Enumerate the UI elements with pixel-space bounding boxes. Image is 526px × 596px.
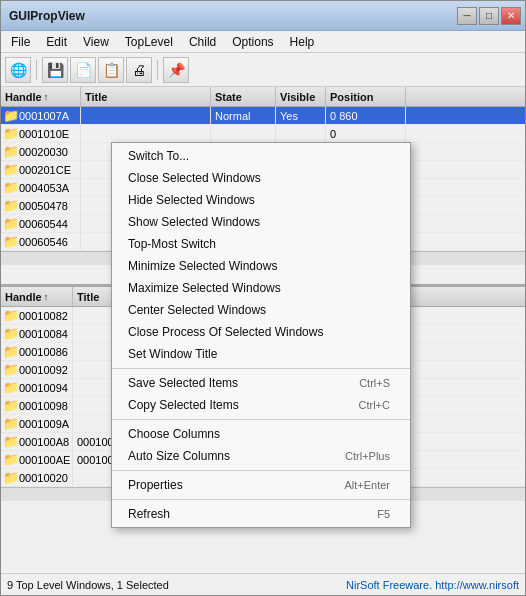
- folder-icon: 📁: [3, 326, 19, 341]
- folder-icon: 📁: [3, 198, 19, 213]
- menu-options[interactable]: Options: [224, 33, 281, 51]
- folder-icon: 📁: [3, 308, 19, 323]
- close-button[interactable]: ✕: [501, 7, 521, 25]
- ctx-topmost-switch[interactable]: Top-Most Switch: [112, 233, 410, 255]
- bottom-col-handle[interactable]: Handle ↑: [1, 287, 73, 306]
- ctx-close-process[interactable]: Close Process Of Selected Windows: [112, 321, 410, 343]
- ctx-sep-3: [112, 470, 410, 471]
- content-area: Handle ↑ Title State Visible Position: [1, 87, 525, 573]
- minimize-button[interactable]: ─: [457, 7, 477, 25]
- folder-icon: 📁: [3, 162, 19, 177]
- ctx-set-window-title[interactable]: Set Window Title: [112, 343, 410, 365]
- top-col-position[interactable]: Position: [326, 87, 406, 106]
- ctx-hide-selected[interactable]: Hide Selected Windows: [112, 189, 410, 211]
- top-table-row[interactable]: 📁 0001007A Normal Yes 0 860: [1, 107, 525, 125]
- folder-icon: 📁: [3, 362, 19, 377]
- ctx-auto-size-columns[interactable]: Auto Size Columns Ctrl+Plus: [112, 445, 410, 467]
- ctx-save-selected[interactable]: Save Selected Items Ctrl+S: [112, 372, 410, 394]
- ctx-maximize-selected[interactable]: Maximize Selected Windows: [112, 277, 410, 299]
- folder-icon: 📁: [3, 180, 19, 195]
- top-cell-handle: 📁 0001007A: [1, 107, 81, 124]
- menu-file[interactable]: File: [3, 33, 38, 51]
- top-table-row[interactable]: 📁 0001010E 0: [1, 125, 525, 143]
- toolbar-clipboard-button[interactable]: 📋: [98, 57, 124, 83]
- folder-icon: 📁: [3, 216, 19, 231]
- menu-view[interactable]: View: [75, 33, 117, 51]
- window-title: GUIPropView: [9, 9, 85, 23]
- menu-edit[interactable]: Edit: [38, 33, 75, 51]
- top-col-title[interactable]: Title: [81, 87, 211, 106]
- status-bar: 9 Top Level Windows, 1 Selected NirSoft …: [1, 573, 525, 595]
- ctx-close-selected[interactable]: Close Selected Windows: [112, 167, 410, 189]
- top-col-visible[interactable]: Visible: [276, 87, 326, 106]
- context-menu: Switch To... Close Selected Windows Hide…: [111, 142, 411, 528]
- title-bar-buttons: ─ □ ✕: [457, 7, 521, 25]
- ctx-sep-2: [112, 419, 410, 420]
- folder-icon: 📁: [3, 344, 19, 359]
- toolbar-print-button[interactable]: 🖨: [126, 57, 152, 83]
- folder-icon: 📁: [3, 380, 19, 395]
- top-cell-state: Normal: [211, 107, 276, 124]
- menu-help[interactable]: Help: [282, 33, 323, 51]
- folder-icon: 📁: [3, 398, 19, 413]
- restore-button[interactable]: □: [479, 7, 499, 25]
- folder-icon: 📁: [3, 416, 19, 431]
- folder-icon: 📁: [3, 108, 19, 123]
- top-table-header: Handle ↑ Title State Visible Position: [1, 87, 525, 107]
- top-col-state[interactable]: State: [211, 87, 276, 106]
- folder-icon: 📁: [3, 144, 19, 159]
- folder-icon: 📁: [3, 434, 19, 449]
- toolbar-properties-button[interactable]: 📌: [163, 57, 189, 83]
- ctx-choose-columns[interactable]: Choose Columns: [112, 423, 410, 445]
- toolbar-sep-1: [36, 60, 37, 80]
- folder-icon: 📁: [3, 470, 19, 485]
- folder-icon: 📁: [3, 234, 19, 249]
- title-bar: GUIPropView ─ □ ✕: [1, 1, 525, 31]
- toolbar-sep-2: [157, 60, 158, 80]
- status-left: 9 Top Level Windows, 1 Selected: [7, 579, 169, 591]
- menu-child[interactable]: Child: [181, 33, 224, 51]
- main-window: GUIPropView ─ □ ✕ File Edit View TopLeve…: [0, 0, 526, 596]
- ctx-switch-to[interactable]: Switch To...: [112, 145, 410, 167]
- folder-icon: 📁: [3, 126, 19, 141]
- top-cell-visible: Yes: [276, 107, 326, 124]
- ctx-copy-selected[interactable]: Copy Selected Items Ctrl+C: [112, 394, 410, 416]
- toolbar-save-button[interactable]: 💾: [42, 57, 68, 83]
- ctx-center-selected[interactable]: Center Selected Windows: [112, 299, 410, 321]
- ctx-minimize-selected[interactable]: Minimize Selected Windows: [112, 255, 410, 277]
- ctx-sep-4: [112, 499, 410, 500]
- menu-toplevel[interactable]: TopLevel: [117, 33, 181, 51]
- status-right: NirSoft Freeware. http://www.nirsoft: [346, 579, 519, 591]
- top-cell-title: [81, 107, 211, 124]
- toolbar-copy-button[interactable]: 📄: [70, 57, 96, 83]
- ctx-refresh[interactable]: Refresh F5: [112, 503, 410, 525]
- toolbar-globe-button[interactable]: 🌐: [5, 57, 31, 83]
- folder-icon: 📁: [3, 452, 19, 467]
- top-col-handle[interactable]: Handle ↑: [1, 87, 81, 106]
- toolbar: 🌐 💾 📄 📋 🖨 📌: [1, 53, 525, 87]
- top-cell-pos: 0 860: [326, 107, 406, 124]
- menu-bar: File Edit View TopLevel Child Options He…: [1, 31, 525, 53]
- ctx-sep-1: [112, 368, 410, 369]
- ctx-show-selected[interactable]: Show Selected Windows: [112, 211, 410, 233]
- ctx-properties[interactable]: Properties Alt+Enter: [112, 474, 410, 496]
